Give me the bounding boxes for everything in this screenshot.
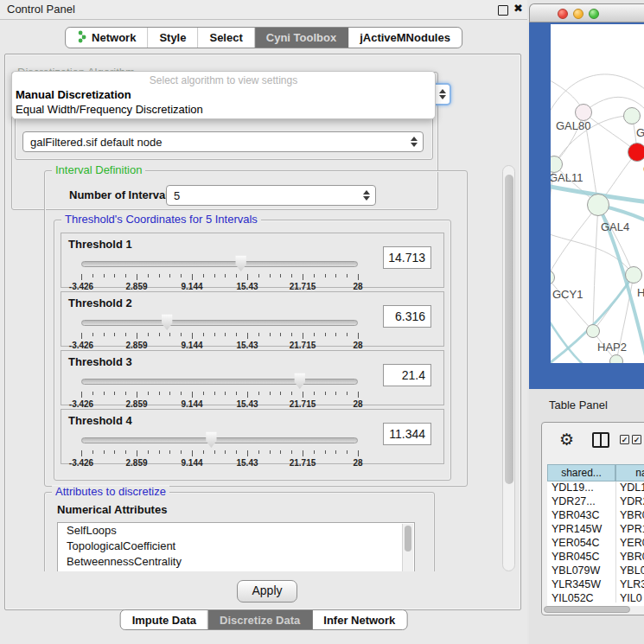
slider-tick bbox=[247, 392, 248, 398]
network-window-titlebar[interactable] bbox=[529, 3, 644, 22]
slider-tick-label: -3.426 bbox=[69, 399, 93, 409]
slider-tick bbox=[81, 392, 82, 398]
slider-tick bbox=[236, 274, 237, 277]
tab-style[interactable]: Style bbox=[148, 28, 198, 48]
slider-tick bbox=[325, 392, 326, 395]
table-row[interactable]: YBL079WYBL0 bbox=[547, 564, 644, 578]
slider-thumb[interactable] bbox=[235, 255, 247, 271]
slider-tick bbox=[258, 392, 259, 395]
tab-discretize-data[interactable]: Discretize Data bbox=[208, 610, 312, 629]
slider-tick bbox=[347, 450, 348, 454]
tab-network[interactable]: Network bbox=[66, 28, 148, 48]
table-row[interactable]: YDR27...YDR2 bbox=[547, 495, 644, 509]
slider-tick bbox=[137, 450, 137, 456]
table-row[interactable]: YIL052CYIL0 bbox=[547, 592, 644, 606]
close-traffic-light-icon[interactable] bbox=[558, 9, 568, 19]
table-row[interactable]: YDL19...YDL1 bbox=[547, 481, 644, 495]
threshold-slider[interactable]: -3.4262.8599.14415.4321.71528 bbox=[61, 254, 390, 287]
table-row[interactable]: YBR043CYBR0 bbox=[547, 509, 644, 523]
zoom-traffic-light-icon[interactable] bbox=[589, 9, 599, 19]
slider-track[interactable] bbox=[81, 320, 358, 326]
network-canvas[interactable]: GAL80GACGAL11GAL4GCY1HHAP2 bbox=[551, 24, 644, 363]
number-of-intervals-combo[interactable]: 5 bbox=[166, 185, 376, 206]
slider-tick bbox=[291, 392, 292, 395]
gear-icon[interactable]: ⚙ bbox=[559, 430, 574, 449]
tab-impute-data[interactable]: Impute Data bbox=[121, 610, 208, 629]
column-header-name[interactable]: na bbox=[615, 464, 644, 481]
threshold-value-field[interactable] bbox=[383, 423, 431, 445]
slider-track[interactable] bbox=[81, 261, 358, 267]
slider-tick bbox=[203, 333, 204, 336]
slider-tick bbox=[148, 333, 149, 336]
numerical-attributes-list[interactable]: SelfLoopsTopologicalCoefficientBetweenne… bbox=[57, 522, 415, 571]
network-node[interactable] bbox=[586, 324, 600, 338]
split-pane-icon[interactable] bbox=[592, 432, 609, 448]
table-row[interactable]: YBR045CYBR0 bbox=[547, 551, 644, 564]
slider-thumb[interactable] bbox=[205, 431, 217, 448]
slider-tick bbox=[125, 274, 126, 277]
network-node[interactable] bbox=[625, 266, 642, 284]
tab-infer-network[interactable]: Infer Network bbox=[312, 610, 406, 629]
network-node[interactable] bbox=[575, 104, 592, 121]
attribute-list-item[interactable]: TopologicalCoefficient bbox=[58, 539, 414, 554]
tab-select[interactable]: Select bbox=[198, 28, 254, 48]
slider-tick-label: 21.715 bbox=[290, 282, 316, 291]
slider-tick bbox=[303, 450, 303, 456]
network-node[interactable] bbox=[609, 354, 623, 363]
slider-tick bbox=[114, 333, 115, 336]
network-node[interactable] bbox=[587, 194, 609, 216]
cell-shared-name: YER054C bbox=[552, 537, 600, 549]
threshold-slider[interactable]: -3.4262.8599.14415.4321.71528 bbox=[61, 372, 390, 405]
cell-name: YDR2 bbox=[620, 495, 644, 507]
algorithm-option-equal-width[interactable]: Equal Width/Frequency Discretization bbox=[16, 103, 203, 116]
slider-tick-label: 2.859 bbox=[125, 458, 147, 468]
algorithm-option-manual[interactable]: Manual Discretization bbox=[16, 88, 131, 101]
slider-track[interactable] bbox=[81, 437, 358, 443]
slider-tick-label: 28 bbox=[353, 341, 362, 350]
slider-tick bbox=[92, 450, 93, 454]
table-data-group: Table Data galFiltered.sif default node bbox=[15, 115, 433, 160]
slider-track[interactable] bbox=[81, 379, 358, 385]
slider-tick bbox=[169, 274, 170, 277]
slider-tick bbox=[92, 274, 93, 277]
slider-tick bbox=[280, 274, 281, 277]
minimize-traffic-light-icon[interactable] bbox=[573, 9, 583, 19]
column-header-shared-name[interactable]: shared... bbox=[547, 464, 615, 481]
table-row[interactable]: YLR345WYLR3 bbox=[547, 578, 644, 592]
threshold-value-field[interactable] bbox=[383, 364, 431, 386]
cell-name: YPR1 bbox=[620, 523, 644, 535]
apply-button[interactable]: Apply bbox=[237, 580, 297, 603]
checkbox-icon[interactable]: ✓ bbox=[632, 435, 641, 444]
tab-label: Network bbox=[92, 31, 136, 44]
network-node[interactable] bbox=[623, 107, 641, 124]
network-node[interactable] bbox=[628, 143, 644, 162]
settings-scrollbar[interactable] bbox=[502, 165, 515, 571]
threshold-slider[interactable]: -3.4262.8599.14415.4321.71528 bbox=[61, 313, 390, 346]
slider-thumb[interactable] bbox=[161, 314, 173, 330]
network-node-label: GAL80 bbox=[556, 119, 590, 132]
slider-tick-label: 15.43 bbox=[236, 399, 258, 409]
table-horizontal-scrollbar[interactable] bbox=[544, 606, 644, 613]
slider-tick bbox=[236, 333, 237, 336]
table-data-combo[interactable]: galFiltered.sif default node bbox=[22, 131, 424, 152]
attribute-list-item[interactable]: BetweennessCentrality bbox=[58, 554, 414, 570]
float-window-icon[interactable] bbox=[498, 5, 508, 16]
threshold-slider[interactable]: -3.4262.8599.14415.4321.71528 bbox=[61, 430, 390, 463]
close-icon[interactable]: ✖ bbox=[513, 2, 523, 15]
slider-tick bbox=[258, 333, 259, 336]
cyni-bottom-tabbar: Impute DataDiscretize DataInfer Network bbox=[120, 609, 408, 630]
slider-thumb[interactable] bbox=[294, 373, 306, 389]
attributes-group: Attributes to discretize Numerical Attri… bbox=[44, 492, 435, 571]
tab-cyni-toolbox[interactable]: Cyni Toolbox bbox=[255, 28, 348, 48]
cell-name: YIL0 bbox=[620, 592, 642, 604]
table-row[interactable]: YER054CYER0 bbox=[547, 537, 644, 551]
list-scrollbar[interactable] bbox=[402, 524, 413, 571]
attribute-list-item[interactable]: SelfLoops bbox=[58, 523, 414, 539]
slider-tick bbox=[192, 274, 193, 280]
table-row[interactable]: YPR145WYPR1 bbox=[547, 523, 644, 537]
checkbox-icon[interactable]: ✓ bbox=[620, 435, 629, 444]
threshold-value-field[interactable] bbox=[383, 305, 431, 328]
threshold-value-field[interactable] bbox=[383, 246, 431, 269]
tab-jactivemnodules[interactable]: jActiveMNodules bbox=[348, 28, 462, 48]
threshold-row: Threshold 2-3.4262.8599.14415.4321.71528 bbox=[61, 291, 444, 347]
